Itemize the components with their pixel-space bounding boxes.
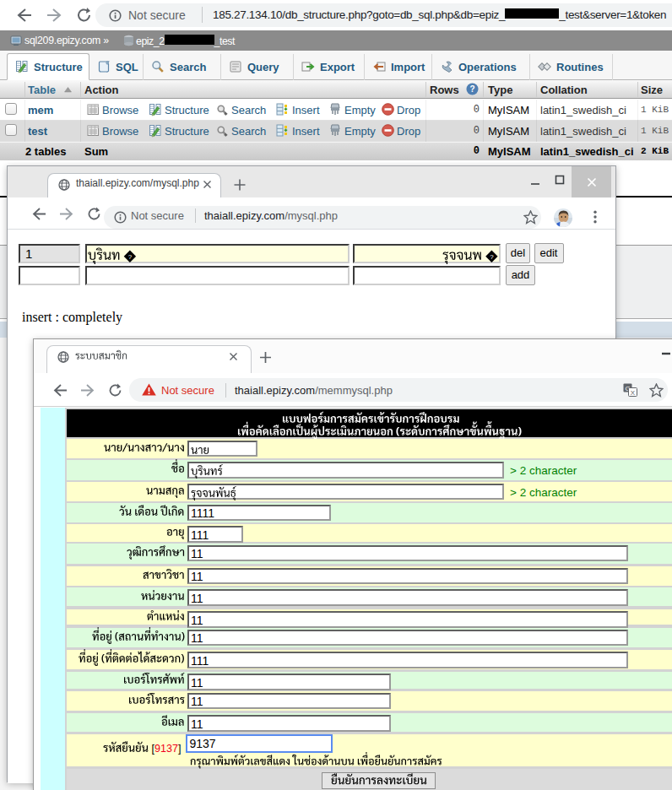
svg-text:?: ? <box>469 84 474 94</box>
svg-text:X: X <box>631 389 636 397</box>
svg-text:?: ? <box>128 253 133 261</box>
svg-text:?: ? <box>490 253 494 261</box>
